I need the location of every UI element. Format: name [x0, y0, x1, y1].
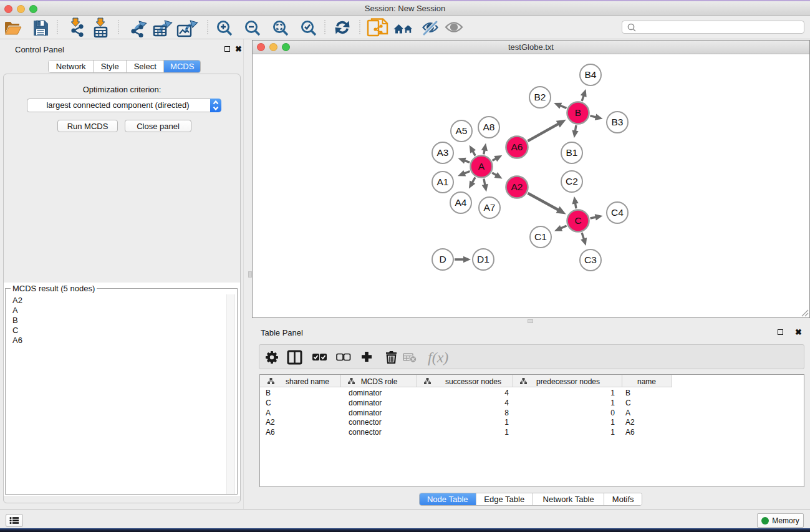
svg-text:MCDS role: MCDS role: [361, 377, 398, 386]
svg-text:B3: B3: [612, 117, 624, 127]
svg-text:C4: C4: [611, 207, 624, 218]
svg-text:name: name: [637, 377, 656, 386]
svg-text:A3: A3: [437, 147, 449, 158]
svg-text:C3: C3: [584, 254, 597, 265]
svg-text:D1: D1: [477, 254, 489, 264]
svg-text:B2: B2: [534, 92, 546, 102]
svg-text:B4: B4: [585, 69, 597, 80]
svg-text:predecessor nodes: predecessor nodes: [536, 377, 600, 386]
svg-text:D: D: [439, 254, 446, 264]
svg-text:B1: B1: [566, 147, 578, 158]
svg-text:A: A: [478, 161, 485, 172]
svg-text:A7: A7: [484, 202, 496, 213]
svg-text:C1: C1: [534, 231, 547, 242]
svg-text:A2: A2: [511, 181, 523, 192]
svg-text:A4: A4: [455, 197, 467, 208]
svg-text:B: B: [575, 107, 581, 118]
svg-text:C2: C2: [566, 176, 578, 186]
svg-text:A6: A6: [511, 142, 523, 152]
svg-text:successor nodes: successor nodes: [445, 377, 501, 386]
svg-text:A1: A1: [437, 177, 449, 187]
svg-text:A5: A5: [456, 125, 468, 136]
svg-text:f(x): f(x): [428, 349, 448, 365]
svg-text:shared name: shared name: [286, 377, 329, 386]
svg-text:C: C: [574, 215, 581, 226]
svg-text:A8: A8: [483, 122, 495, 132]
